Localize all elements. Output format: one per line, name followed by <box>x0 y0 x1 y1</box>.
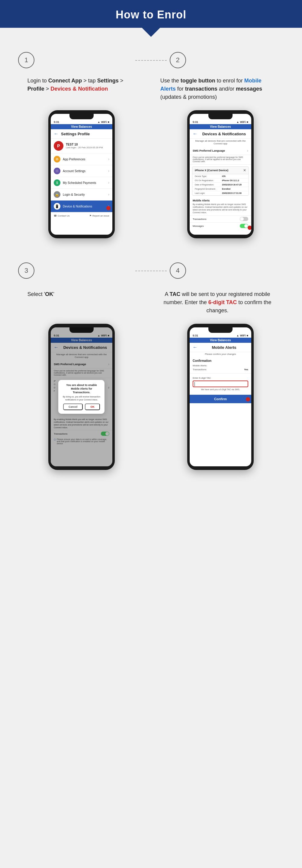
phone-1-bottom-bar: ☎ Contact Us ⚑ Report an issue <box>51 212 112 219</box>
page-title: How to Enrol <box>0 8 302 21</box>
phone-2-device-row-3: Fingerprint Enrolment: Enrolled <box>192 187 248 191</box>
phone-icon: 📱 <box>54 203 60 210</box>
dialog-cancel-button[interactable]: Cancel <box>63 403 83 410</box>
close-icon[interactable]: ✕ <box>243 168 246 173</box>
phone-2-wrapper: 5:31 ▲WiFi■ View Balances ← Devices & No… <box>159 110 282 238</box>
chevron-right-icon-0: › <box>108 157 109 161</box>
phone-4-conf-row-1: Transactions Yes <box>193 368 248 371</box>
shield-icon: ☉ <box>54 167 60 174</box>
phone-1-menu-app-prefs[interactable]: ⚙ App Preferences › <box>51 153 112 165</box>
header-triangle <box>142 28 160 37</box>
flag-icon: ⚑ <box>89 214 91 217</box>
toggle-messages-on[interactable] <box>240 224 248 228</box>
lock-icon: 🔒 <box>54 191 60 198</box>
steps-text-row-34: Select 'OK' A TAC will be sent to your r… <box>0 287 302 321</box>
phone-4-conf-row-0: Mobile Alerts: <box>193 364 248 368</box>
step-1-desc: Login to Connect App > tap Settings > Pr… <box>28 77 142 101</box>
phone-1-menu-label-3: Login & Security <box>63 193 108 196</box>
phone-1-wrapper: 5:31 ▲ WiFi ■ View Balances ← Settings P… <box>21 110 143 238</box>
phone-2-sms-pref[interactable]: SMS Preferred Language › <box>190 147 251 155</box>
dialog-buttons: Cancel OK <box>62 403 101 410</box>
phone-2-device-row-1: OS On Registration: iPhone OS 12.1.2 <box>192 179 248 183</box>
phone-2-device-row-2: Date of Registration: 20/02/2019 16:47:2… <box>192 183 248 187</box>
phone-2-toggle-messages[interactable]: Messages <box>190 222 251 229</box>
phone-2-sms-pref-label: SMS Preferred Language <box>193 149 225 152</box>
phone-1-report-issue[interactable]: ⚑ Report an issue <box>89 214 109 217</box>
phone-1-menu-scheduled[interactable]: $ My Scheduled Payments › <box>51 177 112 189</box>
phone-3-dialog: You are about to enable Mobile Alerts fo… <box>58 380 104 413</box>
chevron-right-icon-1: › <box>108 169 109 173</box>
dollar-icon: $ <box>54 179 60 186</box>
phone-4-confirmation: Confirmation Mobile Alerts: Transactions… <box>190 357 251 374</box>
phone-1-menu-login-security[interactable]: 🔒 Login & Security › <box>51 189 112 200</box>
step-3-desc: Select 'OK' <box>28 290 142 315</box>
phone-2-back-arrow[interactable]: ← <box>193 131 198 136</box>
phone-2-time: 5:31 <box>193 121 198 124</box>
phone-1-notch <box>69 114 94 119</box>
phones-row-12: 5:31 ▲ WiFi ■ View Balances ← Settings P… <box>0 107 302 247</box>
phone-4-screen-title: Mobile Alerts <box>200 345 248 350</box>
phone-3-frame: 5:31 ▲WiFi■ View Balances ← Devices & No… <box>48 324 115 470</box>
phone-1-screen: 5:31 ▲ WiFi ■ View Balances ← Settings P… <box>51 114 112 235</box>
phone-2-toggle-transactions[interactable]: Transactions <box>190 215 251 222</box>
phone-2-screen-header: ← Devices & Notifications <box>190 129 251 138</box>
phone-4-time: 5:31 <box>193 334 198 337</box>
page-header: How to Enrol <box>0 0 302 28</box>
step-dashes-12 <box>135 60 167 61</box>
step-4-desc: A TAC will be sent to your registered mo… <box>160 290 274 315</box>
phone-3-dialog-overlay: You are about to enable Mobile Alerts fo… <box>51 328 112 466</box>
phone-2-device-title: iPhone X (Current Device) <box>195 169 228 172</box>
phone-2-device-row-0: Device Type: iOS <box>192 174 248 179</box>
text-cursor <box>194 382 195 386</box>
phone-1-view-balances[interactable]: View Balances <box>51 124 112 129</box>
phone-1-avatar: P <box>54 141 63 151</box>
phone-1-status-icons: ▲ WiFi ■ <box>97 121 109 124</box>
gear-icon: ⚙ <box>54 156 60 162</box>
toggle-knob-transactions <box>240 217 244 221</box>
chevron-right-icon-2: › <box>108 181 109 185</box>
step-numbers-row-34: 3 4 <box>0 247 302 287</box>
phone-1-screen-title: Settings Profile <box>61 132 90 136</box>
phone-1-profile-login: Last login : 20 Feb 2019 05:29 PM <box>66 146 109 149</box>
phone-1-menu-label-1: Account Settings <box>63 169 108 173</box>
step-numbers-row-12: 1 2 <box>0 37 302 77</box>
phone-2-status-bar: 5:31 ▲WiFi■ <box>190 119 251 124</box>
notification-badge <box>106 206 111 210</box>
phone-1-profile: P TEST 10 Last login : 20 Feb 2019 05:29… <box>51 138 112 153</box>
phone-4-frame: 5:31 ▲WiFi■ View Balances ← Mobile Alert… <box>187 324 254 470</box>
step-4-circle: 4 <box>170 262 186 279</box>
toggle-transactions-off[interactable] <box>240 217 248 221</box>
phone-4-screen-header: ← Mobile Alerts <box>190 343 251 352</box>
phone-4-back-arrow[interactable]: ← <box>193 345 198 350</box>
phone-2-subtitle: Manage all devices that are connected wi… <box>190 138 251 147</box>
phone-4-view-balances[interactable]: View Balances <box>190 338 251 343</box>
phone-1-contact-us[interactable]: ☎ Contact Us <box>54 214 70 217</box>
step-3-circle: 3 <box>18 262 34 279</box>
step-1-circle: 1 <box>18 52 34 68</box>
phone-1-time: 5:31 <box>54 121 59 124</box>
chevron-right-sms: › <box>247 149 248 153</box>
phone-4-notch <box>208 328 233 333</box>
phone-1-menu-device-notif[interactable]: 📱 Device & Notifications › <box>51 200 112 212</box>
phone-1-status-bar: 5:31 ▲ WiFi ■ <box>51 119 112 124</box>
phone-1-frame: 5:31 ▲ WiFi ■ View Balances ← Settings P… <box>48 110 115 238</box>
phone-1-menu-account-settings[interactable]: ☉ Account Settings › <box>51 165 112 177</box>
phone-4-confirm-button[interactable]: Confirm <box>190 395 251 403</box>
phone-1-profile-name: TEST 10 <box>66 143 109 146</box>
phone-4-tac-input[interactable] <box>193 380 248 387</box>
phone-1-profile-info: TEST 10 Last login : 20 Feb 2019 05:29 P… <box>66 143 109 149</box>
phone-1-back-arrow[interactable]: ← <box>54 131 59 136</box>
phone-4-tac-sms-note: We have sent you a 6-Digit TAC via SMS. <box>193 389 248 391</box>
step-2-desc: Use the toggle button to enrol for Mobil… <box>160 77 274 101</box>
steps-text-row-12: Login to Connect App > tap Settings > Pr… <box>0 77 302 107</box>
phone-1-menu-label-2: My Scheduled Payments <box>63 181 108 185</box>
phone-2-view-balances[interactable]: View Balances <box>190 124 251 129</box>
phone-2-device-card: iPhone X (Current Device) ✕ Device Type:… <box>192 166 249 196</box>
step-dashes-34 <box>135 271 167 271</box>
phone-2-device-row-4: Last Login: 20/02/2019 17:31:00 <box>192 191 248 195</box>
dialog-ok-button[interactable]: OK <box>85 403 100 410</box>
phone-2-notch <box>208 114 233 119</box>
phone-2-alerts-header: Mobile Alerts <box>190 197 251 203</box>
phone-1-menu-label-4: Device & Notifications <box>63 205 108 208</box>
phone-2-sms-desc: Once you've selected the preferred langu… <box>190 155 251 164</box>
